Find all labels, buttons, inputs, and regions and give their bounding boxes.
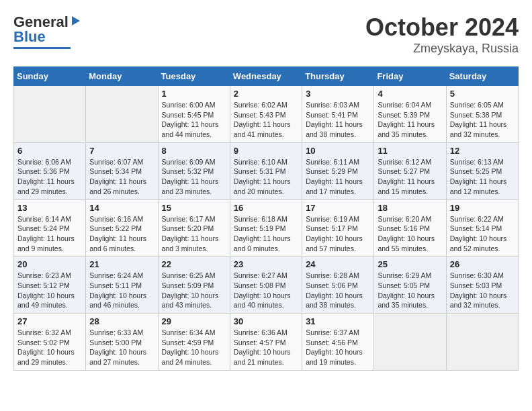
day-info: Sunrise: 6:19 AM Sunset: 5:17 PM Dayligh…: [306, 214, 370, 254]
day-info: Sunrise: 6:12 AM Sunset: 5:27 PM Dayligh…: [378, 157, 442, 197]
logo-arrow-icon: [69, 15, 81, 27]
title-block: October 2024 Zmeyskaya, Russia: [365, 13, 519, 56]
calendar-cell: 31Sunrise: 6:37 AM Sunset: 4:56 PM Dayli…: [302, 314, 374, 371]
weekday-header-thursday: Thursday: [302, 67, 374, 86]
calendar-cell: 10Sunrise: 6:11 AM Sunset: 5:29 PM Dayli…: [302, 142, 374, 199]
day-info: Sunrise: 6:22 AM Sunset: 5:14 PM Dayligh…: [450, 214, 515, 254]
calendar-cell: 6Sunrise: 6:06 AM Sunset: 5:36 PM Daylig…: [14, 142, 86, 199]
calendar-cell: 21Sunrise: 6:24 AM Sunset: 5:11 PM Dayli…: [86, 257, 158, 314]
day-number: 30: [234, 316, 298, 326]
day-number: 24: [306, 259, 370, 269]
calendar-week-row: 1Sunrise: 6:00 AM Sunset: 5:45 PM Daylig…: [14, 86, 519, 143]
calendar-cell: [86, 86, 158, 143]
calendar-week-row: 13Sunrise: 6:14 AM Sunset: 5:24 PM Dayli…: [14, 199, 519, 257]
day-info: Sunrise: 6:34 AM Sunset: 4:59 PM Dayligh…: [162, 328, 226, 367]
day-number: 7: [89, 146, 154, 156]
month-title: October 2024: [365, 13, 519, 42]
calendar-cell: 18Sunrise: 6:20 AM Sunset: 5:16 PM Dayli…: [374, 199, 446, 257]
calendar-cell: 14Sunrise: 6:16 AM Sunset: 5:22 PM Dayli…: [86, 199, 158, 257]
logo-underline: [13, 47, 71, 49]
day-info: Sunrise: 6:30 AM Sunset: 5:03 PM Dayligh…: [450, 271, 515, 310]
day-info: Sunrise: 6:02 AM Sunset: 5:43 PM Dayligh…: [234, 100, 298, 140]
day-number: 16: [234, 203, 298, 213]
location-subtitle: Zmeyskaya, Russia: [365, 42, 519, 56]
weekday-header-friday: Friday: [374, 67, 446, 86]
day-info: Sunrise: 6:16 AM Sunset: 5:22 PM Dayligh…: [89, 214, 154, 254]
calendar-cell: 22Sunrise: 6:25 AM Sunset: 5:09 PM Dayli…: [158, 257, 230, 314]
day-info: Sunrise: 6:20 AM Sunset: 5:16 PM Dayligh…: [378, 214, 442, 254]
day-number: 26: [450, 259, 515, 269]
day-number: 12: [450, 146, 515, 156]
day-info: Sunrise: 6:33 AM Sunset: 5:00 PM Dayligh…: [89, 328, 154, 367]
day-number: 31: [306, 316, 370, 326]
calendar-cell: 27Sunrise: 6:32 AM Sunset: 5:02 PM Dayli…: [14, 314, 86, 371]
day-number: 17: [306, 203, 370, 213]
calendar-cell: 28Sunrise: 6:33 AM Sunset: 5:00 PM Dayli…: [86, 314, 158, 371]
calendar-cell: 20Sunrise: 6:23 AM Sunset: 5:12 PM Dayli…: [14, 257, 86, 314]
calendar-week-row: 6Sunrise: 6:06 AM Sunset: 5:36 PM Daylig…: [14, 142, 519, 199]
day-number: 20: [17, 259, 82, 269]
calendar-cell: [14, 86, 86, 143]
calendar-cell: 25Sunrise: 6:29 AM Sunset: 5:05 PM Dayli…: [374, 257, 446, 314]
day-info: Sunrise: 6:03 AM Sunset: 5:41 PM Dayligh…: [306, 100, 370, 140]
calendar-cell: 1Sunrise: 6:00 AM Sunset: 5:45 PM Daylig…: [158, 86, 230, 143]
weekday-header-wednesday: Wednesday: [230, 67, 302, 86]
day-number: 18: [378, 203, 442, 213]
day-number: 23: [234, 259, 298, 269]
calendar-cell: 26Sunrise: 6:30 AM Sunset: 5:03 PM Dayli…: [446, 257, 518, 314]
calendar-cell: 30Sunrise: 6:36 AM Sunset: 4:57 PM Dayli…: [230, 314, 302, 371]
calendar-cell: 23Sunrise: 6:27 AM Sunset: 5:08 PM Dayli…: [230, 257, 302, 314]
day-number: 14: [89, 203, 154, 213]
day-number: 8: [162, 146, 226, 156]
calendar-cell: 4Sunrise: 6:04 AM Sunset: 5:39 PM Daylig…: [374, 86, 446, 143]
calendar-cell: 16Sunrise: 6:18 AM Sunset: 5:19 PM Dayli…: [230, 199, 302, 257]
calendar-week-row: 27Sunrise: 6:32 AM Sunset: 5:02 PM Dayli…: [14, 314, 519, 371]
weekday-header-saturday: Saturday: [446, 67, 518, 86]
calendar-cell: 15Sunrise: 6:17 AM Sunset: 5:20 PM Dayli…: [158, 199, 230, 257]
day-info: Sunrise: 6:13 AM Sunset: 5:25 PM Dayligh…: [450, 157, 515, 197]
day-info: Sunrise: 6:04 AM Sunset: 5:39 PM Dayligh…: [378, 100, 442, 140]
day-info: Sunrise: 6:29 AM Sunset: 5:05 PM Dayligh…: [378, 271, 442, 310]
calendar-cell: 3Sunrise: 6:03 AM Sunset: 5:41 PM Daylig…: [302, 86, 374, 143]
day-number: 29: [162, 316, 226, 326]
weekday-header-sunday: Sunday: [14, 67, 86, 86]
day-number: 5: [450, 89, 515, 99]
calendar-cell: 7Sunrise: 6:07 AM Sunset: 5:34 PM Daylig…: [86, 142, 158, 199]
day-number: 22: [162, 259, 226, 269]
day-number: 4: [378, 89, 442, 99]
day-info: Sunrise: 6:23 AM Sunset: 5:12 PM Dayligh…: [17, 271, 82, 310]
logo-blue-line: Blue: [13, 28, 46, 46]
day-info: Sunrise: 6:00 AM Sunset: 5:45 PM Dayligh…: [162, 100, 226, 140]
day-info: Sunrise: 6:18 AM Sunset: 5:19 PM Dayligh…: [234, 214, 298, 254]
day-number: 9: [234, 146, 298, 156]
calendar-week-row: 20Sunrise: 6:23 AM Sunset: 5:12 PM Dayli…: [14, 257, 519, 314]
day-info: Sunrise: 6:28 AM Sunset: 5:06 PM Dayligh…: [306, 271, 370, 310]
day-info: Sunrise: 6:27 AM Sunset: 5:08 PM Dayligh…: [234, 271, 298, 310]
calendar-cell: 19Sunrise: 6:22 AM Sunset: 5:14 PM Dayli…: [446, 199, 518, 257]
calendar-cell: 17Sunrise: 6:19 AM Sunset: 5:17 PM Dayli…: [302, 199, 374, 257]
calendar-table: SundayMondayTuesdayWednesdayThursdayFrid…: [13, 66, 519, 371]
calendar-cell: [374, 314, 446, 371]
calendar-cell: 29Sunrise: 6:34 AM Sunset: 4:59 PM Dayli…: [158, 314, 230, 371]
day-info: Sunrise: 6:07 AM Sunset: 5:34 PM Dayligh…: [89, 157, 154, 197]
calendar-cell: 8Sunrise: 6:09 AM Sunset: 5:32 PM Daylig…: [158, 142, 230, 199]
page-header: General Blue October 2024 Zmeyskaya, Rus…: [13, 13, 519, 56]
day-info: Sunrise: 6:36 AM Sunset: 4:57 PM Dayligh…: [234, 328, 298, 367]
day-number: 11: [378, 146, 442, 156]
day-info: Sunrise: 6:24 AM Sunset: 5:11 PM Dayligh…: [89, 271, 154, 310]
calendar-cell: [446, 314, 518, 371]
day-number: 27: [17, 316, 82, 326]
weekday-header-monday: Monday: [86, 67, 158, 86]
day-info: Sunrise: 6:06 AM Sunset: 5:36 PM Dayligh…: [17, 157, 82, 197]
weekday-header-row: SundayMondayTuesdayWednesdayThursdayFrid…: [14, 67, 519, 86]
day-info: Sunrise: 6:09 AM Sunset: 5:32 PM Dayligh…: [162, 157, 226, 197]
logo: General Blue: [13, 13, 81, 49]
day-number: 1: [162, 89, 226, 99]
day-info: Sunrise: 6:10 AM Sunset: 5:31 PM Dayligh…: [234, 157, 298, 197]
day-info: Sunrise: 6:17 AM Sunset: 5:20 PM Dayligh…: [162, 214, 226, 254]
day-number: 21: [89, 259, 154, 269]
day-info: Sunrise: 6:11 AM Sunset: 5:29 PM Dayligh…: [306, 157, 370, 197]
day-number: 19: [450, 203, 515, 213]
day-number: 3: [306, 89, 370, 99]
day-number: 25: [378, 259, 442, 269]
